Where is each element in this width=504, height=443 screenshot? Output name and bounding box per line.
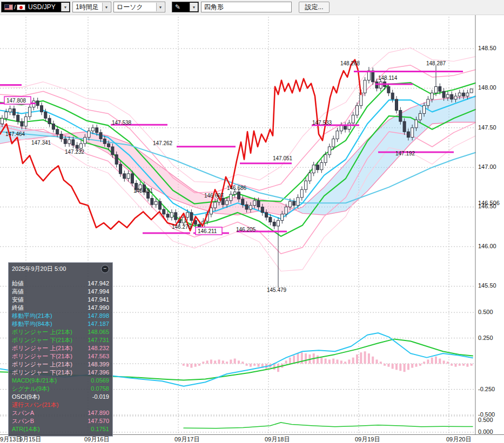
tooltip-row: ボリンジャー 下(21本)147.731: [12, 336, 109, 344]
svg-text:148.50: 148.50: [478, 45, 496, 51]
date-label: 09月16日: [84, 435, 109, 443]
tooltip-row-label: 始値: [12, 280, 24, 288]
svg-text:-0.250: -0.250: [478, 386, 495, 392]
tooltip-row: 高値147.994: [12, 288, 109, 296]
toolbar: / USD/JPY ▼ 1時間足 ▼ ローソク ▼ ✎ ▼ 四角形 設定...: [0, 0, 504, 15]
svg-text:146.211: 146.211: [198, 228, 217, 234]
tooltip-row-label: MACD(9本/21本): [12, 377, 57, 385]
svg-text:148.268: 148.268: [340, 60, 360, 66]
tooltip-row-label: ボリンジャー 上(21本): [12, 344, 72, 352]
svg-text:0.500: 0.500: [478, 309, 493, 315]
currency-pair-select[interactable]: / USD/JPY ▼: [1, 2, 70, 12]
svg-text:0.250: 0.250: [478, 335, 493, 341]
svg-text:148.114: 148.114: [378, 75, 398, 81]
dropdown-arrow-icon: ▼: [102, 3, 110, 11]
atr-pane: [184, 422, 473, 428]
tooltip-row-value: 148.399: [88, 360, 109, 369]
svg-text:146.686: 146.686: [227, 185, 247, 191]
tooltip-row-value: 148.232: [88, 344, 109, 352]
timeframe-select[interactable]: 1時間足 ▼: [72, 2, 111, 12]
tooltip-row-value: 147.941: [88, 296, 109, 304]
svg-text:148.287: 148.287: [426, 60, 446, 66]
tooltip-row-label: 移動平均(21本): [12, 312, 52, 320]
tooltip-title: 2025年9月20日 5:00: [12, 265, 66, 273]
dropdown-arrow-icon: ▼: [156, 3, 164, 11]
draw-tool-select[interactable]: ✎ ▼: [172, 2, 199, 12]
svg-text:147.464: 147.464: [5, 131, 25, 137]
tooltip-row-label: ボリンジャー 上(21本): [12, 328, 72, 336]
dropdown-arrow-icon: ▼: [190, 3, 198, 11]
tooltip-row-value: 147.731: [88, 336, 109, 344]
indicator-tooltip-panel: 2025年9月20日 5:00 − 始値147.942高値147.994安値14…: [8, 262, 113, 437]
tooltip-row-value: 0.1751: [91, 425, 109, 433]
tooltip-row: 始値147.942: [12, 280, 109, 288]
tooltip-row-label: シグナル(9本): [12, 385, 49, 393]
tooltip-row-label: 高値: [12, 288, 24, 296]
tooltip-row: ボリンジャー 上(21本)148.399: [12, 360, 109, 369]
tooltip-row: ボリンジャー 上(21本)148.232: [12, 344, 109, 352]
tooltip-row: 遅行スパン(21本): [12, 401, 109, 409]
svg-text:147.808: 147.808: [6, 98, 26, 104]
tooltip-row-value: 147.396: [88, 369, 109, 377]
us-flag-icon: [4, 4, 13, 10]
timeframe-label: 1時間足: [76, 3, 99, 12]
shape-label: 四角形: [204, 3, 224, 12]
date-label: 09月20日: [446, 435, 471, 443]
date-label: 09月19日: [355, 435, 380, 443]
settings-button[interactable]: 設定...: [299, 2, 330, 13]
svg-text:147.192: 147.192: [395, 151, 415, 156]
tooltip-row: スパンB147.570: [12, 417, 109, 425]
fx-chart-app: 147.808147.464147.341147.232147.538147.2…: [0, 0, 504, 443]
tooltip-row-label: OSCI(9本): [12, 393, 39, 401]
svg-text:0.500: 0.500: [478, 417, 493, 423]
candles-layer: [1, 65, 473, 288]
date-label: 9月13日: [0, 435, 22, 443]
tooltip-row-label: スパンA: [12, 409, 34, 417]
collapse-button[interactable]: −: [101, 265, 109, 273]
jp-flag-icon: [17, 4, 25, 10]
tooltip-row-label: ボリンジャー 下(21本): [12, 369, 72, 377]
tooltip-row-value: 147.563: [88, 352, 109, 360]
tooltip-row-value: -0.019: [92, 393, 109, 401]
svg-text:147.341: 147.341: [31, 140, 51, 146]
svg-text:146.607: 146.607: [204, 193, 224, 199]
date-label: 09月18日: [265, 435, 290, 443]
shape-select[interactable]: 四角形: [201, 2, 292, 12]
svg-text:146.691: 146.691: [133, 188, 153, 194]
tooltip-rows: 始値147.942高値147.994安値147.941終値147.990移動平均…: [12, 280, 109, 433]
tooltip-row-value: 147.990: [88, 304, 109, 312]
tooltip-row-value: 147.942: [88, 280, 109, 288]
tooltip-row-value: 0.0569: [91, 377, 109, 385]
tooltip-row-label: ボリンジャー 下(21本): [12, 352, 72, 360]
tooltip-row-value: 147.570: [88, 417, 109, 425]
tooltip-row-value: 147.890: [88, 409, 109, 417]
tooltip-row: MACD(9本/21本)0.0569: [12, 377, 109, 385]
svg-text:147.232: 147.232: [65, 149, 85, 155]
tooltip-row: 終値147.990: [12, 304, 109, 312]
chart-type-label: ローソク: [117, 3, 143, 12]
svg-text:148.00: 148.00: [478, 84, 496, 91]
tooltip-row: ATR(14本)0.1751: [12, 425, 109, 433]
flag-separator: /: [14, 4, 16, 10]
svg-text:146.00: 146.00: [478, 243, 496, 249]
dropdown-arrow-icon: ▼: [61, 3, 69, 11]
svg-text:147.262: 147.262: [153, 140, 173, 146]
tooltip-row-value: 147.898: [88, 312, 109, 320]
currency-pair-label: USD/JPY: [28, 3, 56, 11]
tooltip-row-label: 安値: [12, 296, 24, 304]
tooltip-row-label: ボリンジャー 下(21本): [12, 336, 72, 344]
svg-text:147.051: 147.051: [273, 155, 293, 161]
tooltip-row-value: 147.994: [88, 288, 109, 296]
date-label: 09月17日: [174, 435, 199, 443]
svg-text:145.50: 145.50: [478, 282, 496, 289]
svg-text:146.205: 146.205: [236, 227, 256, 233]
tooltip-row-label: 遅行スパン(21本): [12, 401, 58, 409]
tooltip-row-label: ボリンジャー 上(21本): [12, 360, 72, 369]
tooltip-row: 安値147.941: [12, 296, 109, 304]
svg-text:147.533: 147.533: [312, 120, 332, 126]
chart-type-select[interactable]: ローソク ▼: [113, 2, 165, 12]
tooltip-row: ボリンジャー 下(21本)147.396: [12, 369, 109, 377]
price-axis-labels: 148.50148.00147.50147.00146.50146.506146…: [478, 45, 500, 435]
tooltip-row-value: 147.187: [88, 320, 109, 328]
svg-text:147.538: 147.538: [112, 120, 132, 126]
